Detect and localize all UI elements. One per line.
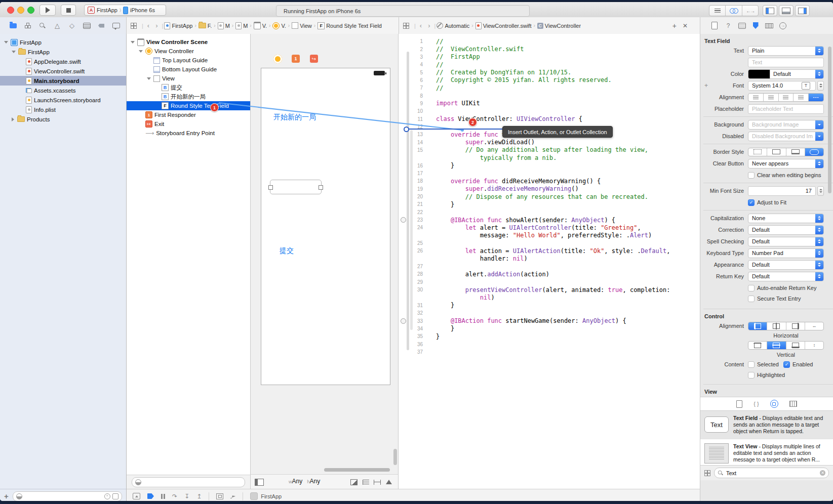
assistant-editor-button[interactable] [726,6,742,16]
close-assistant-editor-button[interactable]: ✕ [683,22,688,29]
view-controller-view[interactable]: 开始新的一局 提交 [261,68,390,385]
media-library-tab[interactable] [789,401,797,407]
tab-breakpoint-navigator[interactable] [97,22,105,29]
standard-editor-button[interactable] [709,6,726,16]
jumpbar-segment[interactable]: M [235,22,248,29]
highlighted-checkbox[interactable] [748,372,755,379]
disclosure-open-icon[interactable] [131,41,135,44]
code-line[interactable]: 19 super.didReceiveMemoryWarning() [399,185,700,193]
adjust-to-fit-checkbox[interactable]: ✓ [748,199,755,206]
h-align-right-segment[interactable] [786,322,805,330]
auto-enable-return-checkbox[interactable] [748,285,755,291]
text-value-field[interactable]: Text [748,58,824,67]
align-left-segment[interactable] [748,94,764,101]
code-line[interactable]: 31 } [399,302,700,309]
library-item[interactable]: Text View - Displays multiple lines of e… [700,439,833,468]
toggle-navigator-button[interactable] [763,5,777,16]
tab-symbol-navigator[interactable] [24,22,32,29]
tab-connections-inspector[interactable]: → [779,22,787,29]
navigator-item[interactable]: Info.plist [0,105,126,114]
enabled-checkbox[interactable]: ✓ [783,361,790,368]
toggle-inspector-button[interactable] [795,5,810,16]
source-code-editor[interactable]: 1//2// ViewController.swift3// FirstApp4… [399,34,700,489]
tab-project-navigator[interactable] [9,22,17,29]
stop-button[interactable] [61,5,76,16]
scene-dock-view-controller-icon[interactable] [273,55,282,63]
jumpbar-segment[interactable]: ViewController.swift [475,22,532,29]
scene-dock-first-responder-icon[interactable]: 1 [292,55,300,63]
navigator-item[interactable]: LaunchScreen.storyboard [0,95,126,105]
step-into-button[interactable]: ↧ [184,493,189,500]
code-line[interactable]: 21 } [399,200,700,208]
border-bezel-segment[interactable] [786,148,805,156]
interface-builder-canvas[interactable]: 1 ↪ 开始新的一局 提交 [251,34,399,475]
code-line[interactable]: 2// ViewController.swift [399,45,700,53]
min-font-size-stepper[interactable] [817,186,824,196]
min-font-size-field[interactable]: 17 [748,186,816,196]
tab-file-inspector[interactable] [710,22,719,29]
text-style-popup[interactable]: Plain [748,46,824,56]
navigator-item[interactable]: Assets.xcassets [0,86,126,95]
pin-button[interactable] [373,479,381,485]
tab-find-navigator[interactable] [38,22,47,29]
secure-text-entry-checkbox[interactable] [748,296,755,302]
outline-item[interactable]: FRound Style Text Field [127,101,250,110]
outline-item[interactable]: View Controller Scene [127,37,250,47]
code-line[interactable]: 24 let alert = UIAlertController(title: … [399,224,700,231]
jumpbar-segment[interactable]: FirstApp [164,22,192,29]
code-line[interactable]: 23 @IBAction func showAlert(sender: AnyO… [399,216,700,224]
related-items-icon[interactable] [403,23,409,29]
forward-button[interactable]: › [155,22,157,29]
code-line[interactable]: 16 } [399,162,700,170]
outline-filter-field[interactable] [132,477,245,487]
code-line[interactable]: 27 [399,263,700,270]
code-line[interactable]: handler: nil) [399,255,700,263]
scheme-selector[interactable]: A FirstApp 〉 iPhone 6s [84,5,166,16]
border-none-segment[interactable] [748,148,767,156]
navigator-filter-field[interactable] [13,491,122,501]
navigator-item[interactable]: Main.storyboard [0,76,126,86]
v-align-fill-segment[interactable]: ↕ [805,342,823,349]
toggle-debug-area-button[interactable] [133,493,140,499]
code-line[interactable]: 30 presentViewController(alert, animated… [399,286,700,293]
outline-item[interactable]: 1First Responder [127,110,250,119]
code-line[interactable]: 14 super.viewDidLoad() [399,138,700,146]
code-line[interactable]: typically from a nib. [399,154,700,161]
align-justified-segment[interactable] [794,94,809,101]
code-line[interactable]: 34 } [399,325,700,332]
code-line[interactable]: 26 let action = UIAlertAction(title: "Ok… [399,247,700,255]
spell-checking-popup[interactable]: Default [748,237,824,246]
library-search-field[interactable]: Text ✕ [714,468,829,478]
code-line[interactable]: 10 [399,107,700,115]
navigator-item[interactable]: FirstApp [0,47,126,57]
jumpbar-segment[interactable]: FRound Style Text Field [318,22,382,29]
code-line[interactable]: 37 [399,348,700,356]
file-template-library-tab[interactable] [736,400,742,408]
round-style-text-field[interactable] [270,180,322,194]
align-right-segment[interactable] [779,94,794,101]
tab-debug-navigator[interactable] [83,22,91,29]
disclosure-closed-icon[interactable] [12,117,14,121]
object-library-tab[interactable] [770,400,778,408]
font-field[interactable]: System 14.0T [748,81,816,91]
tab-test-navigator[interactable]: ◇ [68,22,76,29]
clear-button-popup[interactable]: Never appears [748,159,824,169]
forward-button[interactable]: › [428,22,430,29]
back-button[interactable]: ‹ [147,22,149,29]
code-line[interactable]: nil) [399,293,700,301]
outline-item[interactable]: ↦Exit [127,119,250,129]
minimize-window-button[interactable] [17,7,24,14]
toggle-debug-area-button[interactable] [779,5,794,16]
outline-item[interactable]: Bottom Layout Guide [127,65,250,74]
h-align-center-segment[interactable] [767,322,786,330]
disclosure-open-icon[interactable] [139,50,143,53]
code-line[interactable]: 5// Created by DongYifan on 11/10/15. [399,68,700,76]
border-rounded-segment[interactable] [805,148,823,156]
keyboard-type-popup[interactable]: Number Pad [748,248,824,258]
scene-dock-exit-icon[interactable]: ↪ [310,55,318,63]
jumpbar-segment[interactable]: V. [272,22,286,29]
code-line[interactable]: 20 // Dispose of any resources that can … [399,193,700,200]
code-line[interactable]: 17 [399,170,700,177]
v-align-center-segment[interactable] [767,342,786,349]
step-out-button[interactable]: ↥ [196,493,202,500]
